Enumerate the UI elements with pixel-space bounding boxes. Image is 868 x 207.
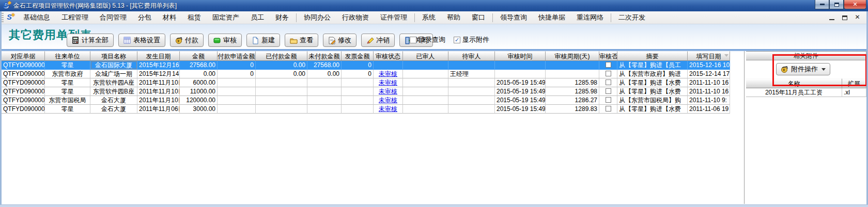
column-header-audit-time[interactable]: 审核时间: [495, 51, 546, 61]
cell-amount: 0.00: [180, 70, 218, 78]
child-minimize-icon[interactable]: [828, 13, 835, 20]
calc-all-button[interactable]: 计算全部: [67, 34, 114, 47]
calc-all-button-label: 计算全部: [82, 36, 109, 45]
column-header-project-name[interactable]: 项目名称: [90, 51, 137, 61]
audit-flag-checkbox[interactable]: [606, 62, 611, 68]
menu-item-material[interactable]: 材料: [157, 11, 182, 24]
cell-audit-time: 2015-05-19 15:49: [495, 87, 546, 96]
catalog-query-checkbox[interactable]: [410, 37, 416, 43]
audit-flag-checkbox[interactable]: [606, 97, 611, 103]
cell-pending-auditor: [448, 105, 495, 114]
table-settings-button[interactable]: 表格设置: [118, 34, 165, 47]
restore-button[interactable]: [829, 0, 844, 9]
edit-button[interactable]: 修改: [323, 34, 357, 47]
menu-item-collab-office[interactable]: 协同办公: [298, 11, 336, 24]
audit-button[interactable]: 审核: [208, 34, 242, 47]
menu-item-admin-supplies[interactable]: 行政物资: [336, 11, 375, 24]
column-header-payment-request-amount[interactable]: 付款申请金额: [218, 51, 256, 61]
audit-flag-checkbox[interactable]: [606, 88, 611, 94]
column-header-audited-by[interactable]: 已审人: [403, 51, 448, 61]
menu-item-system[interactable]: 系统: [416, 11, 441, 24]
audit-flag-checkbox[interactable]: [606, 71, 611, 76]
column-header-invoice-amount[interactable]: 发票金额: [342, 51, 374, 61]
column-header-doc-no[interactable]: 对应单据: [2, 51, 45, 61]
table-row[interactable]: QTFYD090000001东营市国税局金石大厦2011年11月10日12000…: [2, 96, 730, 105]
column-header-unpaid-amount[interactable]: 未付款金额: [307, 51, 342, 61]
table-row[interactable]: QTFYD090000003零星东营软件园B座2011年11月10日11000.…: [2, 87, 730, 96]
cell-doc-no: QTFYD090000004: [2, 70, 45, 78]
app-logo-icon: S: [3, 2, 11, 10]
cell-project-name: 众城广场一期: [90, 70, 137, 78]
audit-status-link[interactable]: 未审核: [379, 79, 397, 86]
cell-audit-cycle-days: [546, 70, 599, 78]
payment-button[interactable]: ¥付款: [170, 34, 204, 47]
column-header-audit-flag[interactable]: 审核否: [599, 51, 617, 61]
cell-amount: 6000.00: [180, 78, 218, 87]
show-attachment-checkbox-label: 显示附件: [462, 35, 489, 44]
cell-fill-date: 2011-11-06 19: [688, 105, 730, 114]
column-header-audit-status[interactable]: 审核状态: [374, 51, 403, 61]
column-header-fill-date[interactable]: 填写日期: [688, 51, 730, 61]
menu-item-project-mgmt[interactable]: 工程管理: [56, 11, 94, 24]
cell-audit-flag: [599, 78, 617, 87]
menu-item-leader-query[interactable]: 领导查询: [494, 11, 533, 24]
cell-summary: 从【东营市政府】购进: [617, 70, 688, 78]
view-button[interactable]: 查看: [285, 34, 318, 47]
menu-item-lease[interactable]: 租赁: [182, 11, 207, 24]
cell-pending-auditor: [448, 61, 495, 70]
column-header-amount[interactable]: 金额: [180, 51, 218, 61]
cell-fill-date: 2015-12-16 10: [688, 61, 730, 70]
table-header-row: 对应单据往来单位项目名称发生日期金额付款申请金额已付款金额未付款金额发票金额审核…: [2, 51, 730, 61]
menu-item-basic-info[interactable]: 基础信息: [18, 11, 56, 24]
menu-item-help[interactable]: 帮助: [441, 11, 466, 24]
cell-doc-no: QTFYD090000003: [2, 87, 45, 96]
menu-item-subcontract[interactable]: 分包: [132, 11, 157, 24]
column-header-paid-amount[interactable]: 已付款金额: [256, 51, 307, 61]
menu-item-reconnect-network[interactable]: 重连网络: [571, 11, 609, 24]
cell-summary: 从【零星】购进【水费: [617, 105, 688, 114]
menu-item-finance[interactable]: 财务: [270, 11, 295, 24]
column-header-counterparty[interactable]: 往来单位: [45, 51, 90, 61]
audit-status-link[interactable]: 未审核: [379, 105, 397, 113]
audit-status-link[interactable]: 未审核: [379, 88, 397, 95]
audit-status-link[interactable]: 未审核: [379, 70, 397, 77]
write-off-button[interactable]: 冲销: [361, 34, 395, 47]
menu-item-fixed-assets[interactable]: 固定资产: [207, 11, 245, 24]
show-attachment-checkbox[interactable]: ✓: [454, 37, 460, 43]
close-button[interactable]: ✕: [844, 0, 866, 9]
menu-separator: [414, 13, 415, 22]
cell-paid-amount: [256, 87, 307, 96]
pencil-icon: [366, 37, 374, 44]
child-restore-icon[interactable]: [841, 13, 848, 20]
new-button[interactable]: 新建: [246, 34, 280, 47]
audit-status-link[interactable]: 未审核: [379, 97, 397, 104]
menu-item-contract-mgmt[interactable]: 合同管理: [94, 11, 132, 24]
child-window-controls: ✕: [828, 13, 861, 20]
table-row[interactable]: QTFYD090000005零星金石国际大厦2015年12月16日27568.0…: [2, 61, 730, 70]
audit-flag-checkbox[interactable]: [606, 79, 611, 85]
cell-summary: 从【零星】购进【水费: [617, 87, 688, 96]
menu-item-secondary-dev[interactable]: 二次开发: [613, 11, 651, 24]
table-row[interactable]: QTFYD090000007零星金石大厦2011年11月06日3000.00未审…: [2, 105, 730, 114]
attachment-row[interactable]: 2015年11月员工工资.xl: [746, 88, 866, 97]
cell-audited-by: [403, 61, 448, 70]
menu-item-employee[interactable]: 员工: [245, 11, 270, 24]
audit-flag-checkbox[interactable]: [606, 106, 611, 112]
menu-item-quick-docs[interactable]: 快捷单据: [533, 11, 571, 24]
cell-fill-date: 2011-11-10 16: [688, 78, 730, 87]
cell-audit-flag: [599, 70, 617, 78]
menu-item-certificate-mgmt[interactable]: 证件管理: [375, 11, 413, 24]
column-header-pending-auditor[interactable]: 待审人: [448, 51, 495, 61]
cell-summary: 从【东营市国税局】购: [617, 96, 688, 105]
child-close-icon[interactable]: ✕: [854, 13, 861, 20]
view-button-label: 查看: [300, 36, 313, 45]
catalog-query-checkbox-label: 目录查询: [419, 35, 445, 44]
column-header-summary[interactable]: 摘要: [617, 51, 688, 61]
column-header-audit-cycle-days[interactable]: 审核周期(天): [546, 51, 599, 61]
column-header-occur-date[interactable]: 发生日期: [137, 51, 180, 61]
cell-fill-date: 2011-11-10 16: [688, 87, 730, 96]
menu-item-window[interactable]: 窗口: [466, 11, 491, 24]
minimize-button[interactable]: [815, 0, 829, 9]
table-row[interactable]: QTFYD090000004东营市政府众城广场一期2015年12月14日0.00…: [2, 70, 730, 78]
table-row[interactable]: QTFYD090000002零星东营软件园A座2011年11月10日6000.0…: [2, 78, 730, 87]
